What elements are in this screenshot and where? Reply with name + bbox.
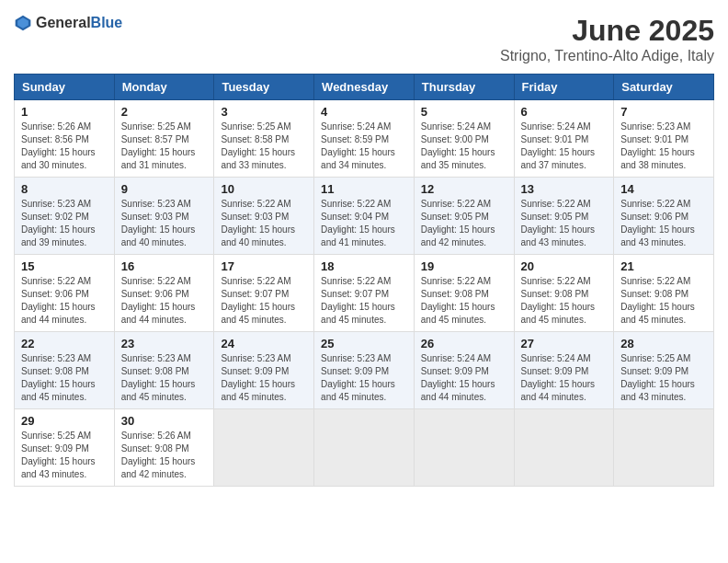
day-cell-18: 18Sunrise: 5:22 AM Sunset: 9:07 PM Dayli… xyxy=(314,255,415,332)
day-number: 9 xyxy=(121,182,208,196)
day-info: Sunrise: 5:22 AM Sunset: 9:05 PM Dayligh… xyxy=(521,198,608,249)
day-info: Sunrise: 5:22 AM Sunset: 9:06 PM Dayligh… xyxy=(121,275,208,327)
day-info: Sunrise: 5:23 AM Sunset: 9:02 PM Dayligh… xyxy=(21,198,108,249)
day-cell-14: 14Sunrise: 5:22 AM Sunset: 9:06 PM Dayli… xyxy=(614,178,714,255)
day-cell-4: 4Sunrise: 5:24 AM Sunset: 8:59 PM Daylig… xyxy=(314,100,415,178)
day-info: Sunrise: 5:22 AM Sunset: 9:06 PM Dayligh… xyxy=(21,275,108,327)
empty-cell xyxy=(514,409,614,487)
day-info: Sunrise: 5:24 AM Sunset: 9:09 PM Dayligh… xyxy=(521,352,608,404)
day-info: Sunrise: 5:26 AM Sunset: 9:08 PM Dayligh… xyxy=(121,430,208,481)
day-number: 19 xyxy=(421,259,507,273)
day-info: Sunrise: 5:22 AM Sunset: 9:08 PM Dayligh… xyxy=(521,275,608,327)
day-number: 20 xyxy=(521,259,608,273)
day-cell-17: 17Sunrise: 5:22 AM Sunset: 9:07 PM Dayli… xyxy=(214,255,314,332)
day-cell-27: 27Sunrise: 5:24 AM Sunset: 9:09 PM Dayli… xyxy=(514,332,614,409)
day-number: 29 xyxy=(21,414,108,428)
day-number: 27 xyxy=(521,337,608,350)
day-info: Sunrise: 5:23 AM Sunset: 9:01 PM Dayligh… xyxy=(620,121,707,172)
day-number: 17 xyxy=(221,259,307,273)
title-area: June 2025 Strigno, Trentino-Alto Adige, … xyxy=(500,14,714,64)
col-header-sunday: Sunday xyxy=(15,75,115,100)
day-number: 22 xyxy=(21,337,108,350)
day-number: 3 xyxy=(221,105,307,119)
logo-text: General xyxy=(36,15,91,30)
day-info: Sunrise: 5:22 AM Sunset: 9:08 PM Dayligh… xyxy=(421,275,507,327)
day-cell-20: 20Sunrise: 5:22 AM Sunset: 9:08 PM Dayli… xyxy=(514,255,614,332)
day-cell-5: 5Sunrise: 5:24 AM Sunset: 9:00 PM Daylig… xyxy=(414,100,514,178)
week-row-3: 15Sunrise: 5:22 AM Sunset: 9:06 PM Dayli… xyxy=(15,255,714,332)
day-cell-9: 9Sunrise: 5:23 AM Sunset: 9:03 PM Daylig… xyxy=(114,178,214,255)
day-info: Sunrise: 5:22 AM Sunset: 9:05 PM Dayligh… xyxy=(421,198,507,249)
day-cell-10: 10Sunrise: 5:22 AM Sunset: 9:03 PM Dayli… xyxy=(214,178,314,255)
day-number: 14 xyxy=(620,182,707,196)
day-cell-2: 2Sunrise: 5:25 AM Sunset: 8:57 PM Daylig… xyxy=(114,100,214,178)
col-header-tuesday: Tuesday xyxy=(214,75,314,100)
day-number: 18 xyxy=(321,259,407,273)
day-info: Sunrise: 5:22 AM Sunset: 9:06 PM Dayligh… xyxy=(620,198,707,249)
day-info: Sunrise: 5:23 AM Sunset: 9:08 PM Dayligh… xyxy=(21,352,108,404)
day-info: Sunrise: 5:26 AM Sunset: 8:56 PM Dayligh… xyxy=(21,121,108,172)
day-cell-26: 26Sunrise: 5:24 AM Sunset: 9:09 PM Dayli… xyxy=(414,332,514,409)
empty-cell xyxy=(414,409,514,487)
day-info: Sunrise: 5:24 AM Sunset: 9:00 PM Dayligh… xyxy=(421,121,507,172)
day-number: 21 xyxy=(620,259,707,273)
day-info: Sunrise: 5:25 AM Sunset: 9:09 PM Dayligh… xyxy=(620,352,707,404)
week-row-4: 22Sunrise: 5:23 AM Sunset: 9:08 PM Dayli… xyxy=(15,332,714,409)
subtitle: Strigno, Trentino-Alto Adige, Italy xyxy=(500,48,714,64)
day-cell-21: 21Sunrise: 5:22 AM Sunset: 9:08 PM Dayli… xyxy=(614,255,714,332)
day-number: 15 xyxy=(21,259,108,273)
empty-cell xyxy=(614,409,714,487)
day-number: 7 xyxy=(620,105,707,119)
day-cell-7: 7Sunrise: 5:23 AM Sunset: 9:01 PM Daylig… xyxy=(614,100,714,178)
header-row: SundayMondayTuesdayWednesdayThursdayFrid… xyxy=(15,75,714,100)
day-info: Sunrise: 5:23 AM Sunset: 9:09 PM Dayligh… xyxy=(321,352,407,404)
day-number: 16 xyxy=(121,259,208,273)
col-header-wednesday: Wednesday xyxy=(314,75,415,100)
day-cell-12: 12Sunrise: 5:22 AM Sunset: 9:05 PM Dayli… xyxy=(414,178,514,255)
logo-blue: Blue xyxy=(91,15,123,30)
day-cell-15: 15Sunrise: 5:22 AM Sunset: 9:06 PM Dayli… xyxy=(15,255,115,332)
logo: GeneralBlue xyxy=(14,14,122,32)
day-cell-22: 22Sunrise: 5:23 AM Sunset: 9:08 PM Dayli… xyxy=(15,332,115,409)
week-row-1: 1Sunrise: 5:26 AM Sunset: 8:56 PM Daylig… xyxy=(15,100,714,178)
day-info: Sunrise: 5:24 AM Sunset: 9:01 PM Dayligh… xyxy=(521,121,608,172)
day-number: 4 xyxy=(321,105,407,119)
day-number: 1 xyxy=(21,105,108,119)
day-info: Sunrise: 5:25 AM Sunset: 9:09 PM Dayligh… xyxy=(21,430,108,481)
day-number: 28 xyxy=(620,337,707,350)
day-number: 26 xyxy=(421,337,507,350)
day-info: Sunrise: 5:23 AM Sunset: 9:03 PM Dayligh… xyxy=(121,198,208,249)
day-info: Sunrise: 5:24 AM Sunset: 9:09 PM Dayligh… xyxy=(421,352,507,404)
day-cell-8: 8Sunrise: 5:23 AM Sunset: 9:02 PM Daylig… xyxy=(15,178,115,255)
day-info: Sunrise: 5:24 AM Sunset: 8:59 PM Dayligh… xyxy=(321,121,407,172)
empty-cell xyxy=(214,409,314,487)
col-header-saturday: Saturday xyxy=(614,75,714,100)
day-cell-3: 3Sunrise: 5:25 AM Sunset: 8:58 PM Daylig… xyxy=(214,100,314,178)
day-number: 11 xyxy=(321,182,407,196)
day-cell-25: 25Sunrise: 5:23 AM Sunset: 9:09 PM Dayli… xyxy=(314,332,415,409)
day-cell-30: 30Sunrise: 5:26 AM Sunset: 9:08 PM Dayli… xyxy=(114,409,214,487)
main-title: June 2025 xyxy=(500,14,714,48)
day-cell-29: 29Sunrise: 5:25 AM Sunset: 9:09 PM Dayli… xyxy=(15,409,115,487)
day-number: 23 xyxy=(121,337,208,350)
day-number: 10 xyxy=(221,182,307,196)
week-row-5: 29Sunrise: 5:25 AM Sunset: 9:09 PM Dayli… xyxy=(15,409,714,487)
day-cell-24: 24Sunrise: 5:23 AM Sunset: 9:09 PM Dayli… xyxy=(214,332,314,409)
day-cell-1: 1Sunrise: 5:26 AM Sunset: 8:56 PM Daylig… xyxy=(15,100,115,178)
day-number: 6 xyxy=(521,105,608,119)
day-info: Sunrise: 5:22 AM Sunset: 9:07 PM Dayligh… xyxy=(221,275,307,327)
day-info: Sunrise: 5:22 AM Sunset: 9:04 PM Dayligh… xyxy=(321,198,407,249)
day-cell-11: 11Sunrise: 5:22 AM Sunset: 9:04 PM Dayli… xyxy=(314,178,415,255)
day-number: 25 xyxy=(321,337,407,350)
day-number: 30 xyxy=(121,414,208,428)
day-cell-28: 28Sunrise: 5:25 AM Sunset: 9:09 PM Dayli… xyxy=(614,332,714,409)
day-info: Sunrise: 5:23 AM Sunset: 9:09 PM Dayligh… xyxy=(221,352,307,404)
day-number: 13 xyxy=(521,182,608,196)
day-cell-23: 23Sunrise: 5:23 AM Sunset: 9:08 PM Dayli… xyxy=(114,332,214,409)
day-info: Sunrise: 5:22 AM Sunset: 9:08 PM Dayligh… xyxy=(620,275,707,327)
col-header-monday: Monday xyxy=(114,75,214,100)
day-cell-6: 6Sunrise: 5:24 AM Sunset: 9:01 PM Daylig… xyxy=(514,100,614,178)
day-cell-13: 13Sunrise: 5:22 AM Sunset: 9:05 PM Dayli… xyxy=(514,178,614,255)
day-cell-16: 16Sunrise: 5:22 AM Sunset: 9:06 PM Dayli… xyxy=(114,255,214,332)
day-info: Sunrise: 5:22 AM Sunset: 9:03 PM Dayligh… xyxy=(221,198,307,249)
